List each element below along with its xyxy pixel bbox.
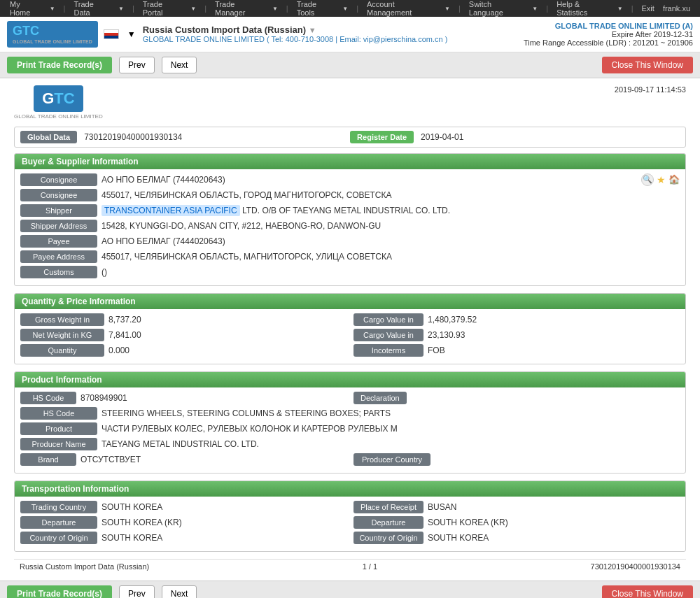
nav-tradetools[interactable]: Trade Tools [293,0,337,17]
shipper-row: Shipper TRANSCONTAINER ASIA PACIFIC LTD.… [20,204,680,217]
register-date-label: Register Date [350,131,414,143]
cargo-value-1-group: Cargo Value in 1,480,379.52 [354,313,680,326]
customs-label: Customs [20,266,97,278]
bottom-action-bar: Print Trade Record(s) Prev Next Close Th… [0,581,700,598]
star-icon[interactable]: ★ [657,174,666,185]
producer-name-row: Producer Name TAEYANG METAL INDUSTRIAL C… [20,438,680,450]
buyer-supplier-body: Consignee АО НПО БЕЛМАГ (7444020643) 🔍 ★… [15,169,685,285]
prev-button-top[interactable]: Prev [119,57,155,73]
buyer-supplier-header: Buyer & Supplier Information [15,154,685,169]
cargo-value-2-value: 23,130.93 [428,330,680,340]
payee-row: Payee АО НПО БЕЛМАГ (7444020643) [20,235,680,248]
place-receipt-label: Place of Receipt [354,501,424,513]
consignee-row-2: Consignee 455017, ЧЕЛЯБИНСКАЯ ОБЛАСТЬ, Г… [20,189,680,201]
brand-value: ОТСУТСТВУЕТ [80,455,346,464]
record-logo: GTC GLOBAL TRADE ONLINE LIMITED [14,85,103,120]
quantity-price-header: Quantity & Price Information [15,294,685,309]
nav-exit[interactable]: Exit [638,4,659,13]
declaration-group: Declaration [354,392,680,404]
place-receipt-group: Place of Receipt BUSAN [354,501,680,513]
header-right: GLOBAL TRADE ONLINE LIMITED (A) Expire A… [524,22,693,47]
consignee-label-2: Consignee [20,189,97,201]
nav-account[interactable]: Account Management [363,0,439,17]
consignee-icons: 🔍 ★ 🏠 [641,173,680,186]
quantity-value: 0.000 [108,346,346,355]
next-button-top[interactable]: Next [162,57,197,73]
nav-language[interactable]: Switch Language [465,0,527,17]
net-weight-group: Net Weight in KG 7,841.00 [20,329,346,341]
logo-area: GTC GLOBAL TRADE ONLINE LIMITED ▼ [7,21,136,48]
record-logo-subtitle: GLOBAL TRADE ONLINE LIMITED [14,113,103,120]
prev-button-bottom[interactable]: Prev [119,585,155,598]
departure-2-value: SOUTH KOREA (KR) [428,518,680,527]
close-button-bottom[interactable]: Close This Window [602,585,693,598]
header-info: Russia Custom Import Data (Russian) ▼ GL… [136,24,524,43]
product-row-1: HS Code 8708949901 Declaration [20,392,680,404]
country-origin-1-group: Country of Origin SOUTH KOREA [20,532,346,544]
cargo-value-1-value: 1,480,379.52 [428,315,680,325]
nav-tradedata[interactable]: Trade Data [69,0,113,17]
consignee-label-1: Consignee [20,173,97,186]
home-icon[interactable]: 🏠 [668,174,680,185]
producer-name-value: TAEYANG METAL INDUSTRIAL CO. LTD. [102,439,680,449]
buyer-supplier-section: Buyer & Supplier Information Consignee А… [14,153,686,286]
next-button-bottom[interactable]: Next [162,585,197,598]
top-navigation: My Home▼ | Trade Data▼ | Trade Portal▼ |… [0,0,700,17]
brand-label: Brand [20,453,76,466]
global-data-value: 730120190400001930134 [84,132,343,142]
product-row-brand: Brand ОТСУТСТВУЕТ Producer Country [20,453,680,466]
search-icon[interactable]: 🔍 [641,173,654,186]
product-name-value: ЧАСТИ РУЛЕВЫХ КОЛЕС, РУЛЕВЫХ КОЛОНОК И К… [102,424,680,434]
quantity-group: Quantity 0.000 [20,344,346,357]
print-button-bottom[interactable]: Print Trade Record(s) [7,585,112,598]
payee-address-label: Payee Address [20,250,97,263]
consignee-value-1: АО НПО БЕЛМАГ (7444020643) [102,175,637,185]
flag-dropdown[interactable]: ▼ [127,29,136,39]
shipper-address-row: Shipper Address 15428, KYUNGGI-DO, ANSAN… [20,220,680,232]
qp-row-3: Quantity 0.000 Incoterms FOB [20,344,680,357]
nav-myhome[interactable]: My Home [6,0,44,17]
departure-1-group: Departure SOUTH KOREA (KR) [20,516,346,529]
quantity-price-section: Quantity & Price Information Gross Weigh… [14,293,686,364]
country-origin-2-value: SOUTH KOREA [428,533,680,543]
transport-row-1: Trading Country SOUTH KOREA Place of Rec… [20,501,680,513]
cargo-value-2-group: Cargo Value in 23,130.93 [354,329,680,341]
incoterms-value: FOB [428,346,680,355]
product-body: HS Code 8708949901 Declaration HS Code S… [15,387,685,473]
hs-code-1-group: HS Code 8708949901 [20,392,346,404]
nav-help[interactable]: Help & Statistics [552,0,612,17]
header-bar: GTC GLOBAL TRADE ONLINE LIMITED ▼ Russia… [0,17,700,52]
customs-value: () [102,267,680,277]
close-button-top[interactable]: Close This Window [602,57,693,73]
payee-address-value: 455017, ЧЕЛЯБИНСКАЯ ОБЛАСТЬ, МАГНИТОГОРС… [102,252,680,262]
transport-row-3: Country of Origin SOUTH KOREA Country of… [20,532,680,544]
record-footer: Russia Custom Import Data (Russian) 1 / … [14,559,686,574]
transport-header: Transportation Information [15,481,685,497]
transport-row-2: Departure SOUTH KOREA (KR) Departure SOU… [20,516,680,529]
customs-row: Customs () [20,266,680,278]
country-origin-1-value: SOUTH KOREA [102,533,346,543]
net-weight-label: Net Weight in KG [20,329,104,341]
print-button-top[interactable]: Print Trade Record(s) [7,57,112,73]
quantity-price-body: Gross Weight in 8,737.20 Cargo Value in … [15,309,685,364]
declaration-button[interactable]: Declaration [354,392,407,404]
nav-trademanager[interactable]: Trade Manager [211,0,267,17]
trading-country-value: SOUTH KOREA [102,502,346,512]
nav-tradeportal[interactable]: Trade Portal [139,0,186,17]
producer-country-group: Producer Country [354,453,680,466]
country-origin-2-group: Country of Origin SOUTH KOREA [354,532,680,544]
net-weight-value: 7,841.00 [108,330,346,340]
register-date-value: 2019-04-01 [421,132,680,142]
hs-code-2-value: STEERING WHEELS, STEERING COLUMNS & STEE… [102,408,680,418]
logo: GTC GLOBAL TRADE ONLINE LIMITED [7,21,98,48]
shipper-highlighted[interactable]: TRANSCONTAINER ASIA PACIFIC [102,205,240,216]
departure-1-label: Departure [20,516,97,529]
footer-page: 1 / 1 [363,562,377,571]
country-origin-2-label: Country of Origin [354,532,424,544]
incoterms-label: Incoterms [354,344,424,357]
departure-1-value: SOUTH KOREA (KR) [102,518,346,527]
gross-weight-group: Gross Weight in 8,737.20 [20,313,346,326]
shipper-address-label: Shipper Address [20,220,97,232]
country-origin-1-label: Country of Origin [20,532,97,544]
brand-group: Brand ОТСУТСТВУЕТ [20,453,346,466]
